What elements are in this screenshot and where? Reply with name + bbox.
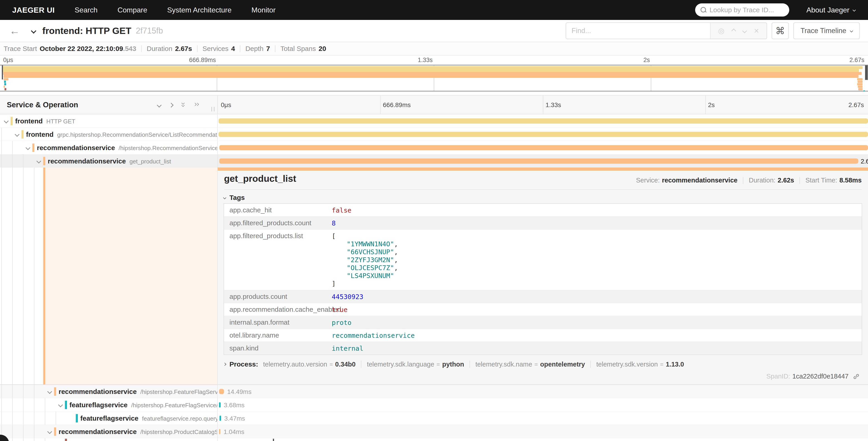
column-resize-handle[interactable] [211, 107, 215, 111]
divider [469, 361, 470, 368]
tag-value: false [332, 204, 356, 216]
minimap-left-scrubber[interactable] [2, 65, 3, 80]
tag-value: 8 [332, 217, 340, 229]
service-name: frontendHTTP GET [15, 117, 75, 125]
span-bar-strip[interactable] [218, 168, 868, 171]
span-row-featureflagservice-get[interactable]: featureflagservice/hipstershop.FeatureFl… [0, 398, 868, 412]
minimap-tick-3: 2s [629, 57, 650, 64]
tag-row[interactable]: app.filtered_products.count 8 [224, 217, 862, 230]
trace-minimap[interactable] [0, 65, 868, 91]
span-row-featureflag-repo-query[interactable]: featureflagservicefeatureflagservice.rep… [0, 412, 868, 425]
span-bar-cell[interactable] [218, 438, 868, 441]
span-bar[interactable] [219, 132, 868, 137]
trace-view-selector[interactable]: Trace Timeline [793, 22, 860, 39]
span-bar[interactable] [219, 416, 221, 421]
span-row-get-product-list-selected[interactable]: recommendationserviceget_product_list 2.… [0, 154, 868, 168]
trace-id-lookup-input[interactable]: Lookup by Trace ID... [695, 3, 789, 17]
tag-row[interactable]: app.products.count 44530923 [224, 290, 862, 303]
collapse-span-chevron-icon[interactable] [47, 389, 52, 394]
span-bar-cell[interactable]: 1.04ms [218, 425, 868, 438]
span-row-productcatalog-call[interactable]: recommendationservice/hipstershop.Produc… [0, 425, 868, 438]
span-bar[interactable] [219, 402, 221, 408]
span-bar-cell[interactable] [218, 141, 868, 154]
span-bar[interactable] [219, 429, 220, 434]
focus-span-icon[interactable]: ◎ [718, 27, 724, 35]
span-bar-cell[interactable] [218, 114, 868, 127]
collapse-span-chevron-icon[interactable] [26, 145, 30, 150]
process-key: telemetry.sdk.language [367, 361, 434, 368]
find-next-icon[interactable] [742, 28, 747, 33]
span-bar[interactable] [219, 158, 858, 164]
back-button[interactable]: ← [9, 25, 20, 37]
collapse-all-icon[interactable] [182, 102, 186, 108]
nav-right-group: Lookup by Trace ID... About Jaeger [695, 3, 855, 17]
span-row-partial[interactable] [0, 438, 868, 441]
indent-guide [1, 154, 2, 168]
collapse-span-chevron-icon[interactable] [4, 119, 9, 123]
span-row-recommendation-list[interactable]: recommendationservice/hipstershop.Recomm… [0, 141, 868, 154]
tag-row[interactable]: otel.library.name recommendationservice [224, 329, 862, 342]
find-input[interactable] [566, 23, 710, 39]
span-row-frontend-http-get[interactable]: frontendHTTP GET [0, 114, 868, 128]
tag-row[interactable]: app.cache_hit false [224, 204, 862, 217]
span-bar[interactable] [219, 145, 868, 150]
operation-name: /hipstershop.RecommendationService/Lis..… [119, 145, 218, 151]
tag-row[interactable]: app.recommendation.cache_enabled true [224, 303, 862, 316]
nav-item-search[interactable]: Search [75, 6, 97, 14]
tags-section-toggle[interactable]: Tags [223, 194, 245, 202]
service-label: Service: [636, 177, 660, 184]
collapse-span-chevron-icon[interactable] [58, 403, 63, 407]
span-bar[interactable] [219, 389, 224, 394]
tag-row[interactable]: app.filtered_products.list [ 1YMWWN1N4O,… [224, 230, 862, 290]
span-row-featureflag-call[interactable]: recommendationservice/hipstershop.Featur… [0, 385, 868, 398]
expand-one-icon[interactable] [169, 102, 174, 107]
nav-item-compare[interactable]: Compare [118, 6, 147, 14]
service-name: recommendationservice/hipstershop.Produc… [59, 428, 218, 436]
span-bar-cell[interactable] [218, 128, 868, 141]
tag-row[interactable]: span.kind internal [224, 342, 862, 355]
minimap-right-scrubber[interactable] [865, 65, 868, 80]
find-prev-icon[interactable] [731, 28, 736, 33]
span-bar-cell[interactable]: 2.6 [218, 154, 868, 168]
service-operation-header: Service & Operation [0, 95, 218, 114]
collapse-one-icon[interactable] [157, 102, 161, 107]
process-item: telemetry.auto.version = 0.34b0 [263, 361, 356, 368]
chevron-down-icon [223, 196, 226, 199]
span-bar[interactable] [273, 439, 274, 441]
span-bar-cell[interactable]: 14.49ms [218, 385, 868, 398]
span-bar-cell[interactable]: 3.47ms [218, 412, 868, 425]
product-id: OLJCESPC7Z [347, 264, 394, 272]
about-jaeger-menu[interactable]: About Jaeger [806, 6, 855, 14]
keyboard-shortcuts-button[interactable]: ⌘ [772, 22, 789, 39]
axis-label-3: 2s [708, 101, 715, 109]
collapse-span-chevron-icon[interactable] [15, 132, 20, 137]
trace-header: ← frontend: HTTP GET 2f715fb ◎ × ⌘ Trace… [0, 20, 868, 42]
indent-guide [34, 412, 34, 425]
indent-guide [1, 128, 2, 141]
nav-item-monitor[interactable]: Monitor [251, 6, 276, 14]
clear-find-icon[interactable]: × [754, 27, 759, 35]
span-bar-cell[interactable]: 3.68ms [218, 398, 868, 411]
copy-link-icon[interactable] [852, 373, 860, 380]
span-bar[interactable] [219, 118, 868, 124]
process-section-toggle[interactable]: Process: telemetry.auto.version = 0.34b0… [223, 360, 684, 368]
collapse-trace-chevron-icon[interactable] [31, 28, 36, 33]
indent-guide [23, 154, 24, 168]
span-duration: 14.49ms [227, 388, 251, 395]
span-row-frontend-grpc[interactable]: frontendgrpc.hipstershop.RecommendationS… [0, 128, 868, 141]
equals: = [534, 361, 538, 368]
minimap-tick-0: 0μs [3, 57, 13, 64]
service-color-bar [11, 117, 13, 125]
tree-controls [157, 102, 199, 108]
minimap-span [857, 78, 863, 80]
tag-row[interactable]: internal.span.format proto [224, 316, 862, 329]
collapse-span-chevron-icon[interactable] [36, 159, 41, 164]
indent-guide [12, 168, 13, 384]
tag-key: otel.library.name [224, 329, 332, 342]
nav-item-system-architecture[interactable]: System Architecture [167, 6, 232, 14]
jaeger-trace-page: JAEGER UI Search Compare System Architec… [0, 0, 868, 441]
chevron-down-icon [850, 29, 853, 32]
collapse-span-chevron-icon[interactable] [47, 429, 52, 434]
app-logo[interactable]: JAEGER UI [12, 6, 55, 14]
expand-all-icon[interactable] [195, 102, 199, 108]
